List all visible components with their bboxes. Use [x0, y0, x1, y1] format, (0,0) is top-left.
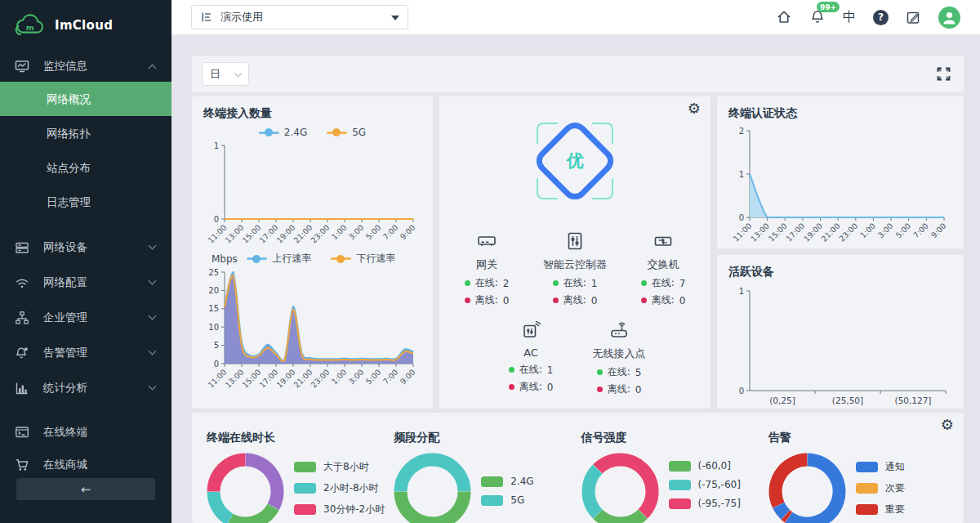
legend-item[interactable]: 次要 [856, 481, 905, 495]
device-status-row-1: 网关 在线:2 离线:0 智能云控制器 在线:1 离线:0 [439, 230, 710, 309]
sidebar-item-network-devices[interactable]: 网络设备 [0, 230, 172, 265]
sidebar-item-label: 在线终端 [43, 425, 87, 440]
legend-swatch [294, 483, 316, 494]
chevron-down-icon [149, 312, 157, 320]
svg-text:1: 1 [739, 170, 744, 179]
help-button[interactable]: ? [873, 10, 889, 25]
chevron-down-icon [149, 382, 157, 391]
svg-text:0: 0 [739, 387, 744, 396]
svg-text:21:00: 21:00 [819, 221, 841, 244]
legend-label: 上行速率 [272, 252, 311, 266]
sidebar-collapse-button[interactable]: ← [16, 478, 155, 500]
legend-item-uplink[interactable]: 上行速率 [247, 252, 311, 266]
sidebar-item-online-store[interactable]: 在线商城 [0, 449, 172, 481]
svg-text:10: 10 [208, 323, 219, 332]
legend-swatch [481, 495, 503, 506]
legend-item-5g[interactable]: 5G [327, 127, 366, 138]
user-avatar[interactable] [938, 7, 960, 29]
monitor-chart-icon [15, 59, 29, 74]
legend-item-downlink[interactable]: 下行速率 [331, 252, 395, 266]
sidebar-item-network-overview[interactable]: 网络概况 [0, 82, 172, 116]
signal-strength-section: 信号强度 (-60,0] (-75,-60] (-95,-75] [581, 418, 768, 523]
sidebar-item-site-distribution[interactable]: 站点分布 [0, 150, 172, 185]
legend-item[interactable]: 30分钟-2小时 [294, 503, 385, 516]
legend-item[interactable]: 大于8小时 [294, 460, 385, 474]
section-title: 终端在线时长 [207, 431, 394, 445]
sidebar-item-log-management[interactable]: 日志管理 [0, 185, 172, 219]
svg-text:1:00: 1:00 [858, 221, 877, 240]
chevron-up-icon [149, 64, 157, 72]
ac-icon [520, 320, 541, 341]
svg-text:19:00: 19:00 [802, 221, 824, 244]
language-toggle[interactable]: 中 [843, 9, 856, 26]
legend-item[interactable]: (-95,-75] [669, 498, 741, 509]
legend-marker [331, 255, 351, 263]
svg-text:(0,25]: (0,25] [769, 396, 795, 405]
offline-count: 0 [503, 295, 510, 306]
app-logo[interactable]: m ImCloud [0, 0, 172, 51]
device-ac: AC 在线:1 离线:0 [487, 320, 575, 398]
legend-item[interactable]: 2小时-8小时 [294, 481, 385, 495]
sidebar-item-label: 网络设备 [43, 240, 87, 255]
cart-icon [15, 458, 29, 472]
legend-item-24g[interactable]: 2.4G [259, 127, 307, 138]
band-allocation-donut [394, 453, 471, 523]
grade-text: 优 [567, 150, 584, 172]
org-selector-dropdown[interactable]: 演示使用 [191, 5, 408, 29]
svg-text:15:00: 15:00 [240, 223, 262, 245]
caret-down-icon [391, 16, 399, 25]
legend-swatch [294, 462, 316, 472]
svg-text:3:00: 3:00 [876, 221, 895, 240]
svg-text:17:00: 17:00 [257, 368, 279, 390]
feedback-button[interactable] [906, 10, 921, 25]
legend-swatch [856, 483, 878, 494]
org-selector-value: 演示使用 [220, 10, 263, 25]
controller-icon [564, 230, 586, 252]
sidebar-item-network-config[interactable]: 网络配置 [0, 265, 172, 300]
legend-label: 下行速率 [356, 252, 395, 266]
settings-gear-button[interactable]: ⚙ [941, 418, 954, 432]
legend-label: 通知 [885, 460, 905, 474]
donut-legend: 2.4G 5G [481, 476, 533, 523]
legend-item[interactable]: 2.4G [481, 476, 533, 487]
fullscreen-button[interactable] [937, 67, 951, 81]
settings-gear-button[interactable]: ⚙ [688, 101, 701, 116]
online-status: 在线:7 [619, 275, 707, 292]
section-title: 频段分配 [394, 431, 581, 445]
legend-item[interactable]: 5G [481, 494, 533, 506]
home-button[interactable] [776, 9, 792, 25]
svg-text:17:00: 17:00 [257, 223, 279, 245]
sidebar-item-network-topology[interactable]: 网络拓扑 [0, 116, 172, 150]
online-duration-donut [207, 453, 284, 523]
sidebar-item-enterprise[interactable]: 企业管理 [0, 300, 172, 335]
access-chart-legend: 2.4G 5G [203, 127, 421, 138]
period-select[interactable]: 日 [202, 62, 249, 86]
notifications-button[interactable]: 99+ [809, 9, 826, 25]
fullscreen-icon [937, 67, 951, 81]
auth-status-card: 终端认证状态 01211:0013:0015:0017:0019:0021:00… [717, 96, 964, 248]
sidebar-item-monitoring[interactable]: 监控信息 [0, 51, 172, 82]
svg-text:13:00: 13:00 [223, 223, 245, 245]
signal-strength-donut [581, 453, 659, 523]
main-content: 日 终端接入数量 2.4G 5G 0111:00 [172, 36, 980, 523]
chevron-down-icon [234, 69, 243, 77]
legend-item[interactable]: 重要 [856, 503, 905, 516]
section-title: 告警 [768, 431, 956, 445]
offline-dot [597, 387, 603, 392]
online-count: 1 [547, 364, 554, 376]
offline-count: 0 [679, 295, 686, 306]
svg-text:(50,127]: (50,127] [895, 396, 932, 405]
legend-item[interactable]: (-75,-60] [669, 479, 741, 490]
svg-text:3:00: 3:00 [347, 368, 366, 387]
sidebar-item-alarm-management[interactable]: 告警管理 [0, 335, 172, 370]
sidebar-item-statistics[interactable]: 统计分析 [0, 370, 172, 405]
legend-item[interactable]: 通知 [856, 460, 905, 474]
gateway-icon [476, 230, 497, 252]
online-duration-section: 终端在线时长 大于8小时 2小时-8小时 30分钟-2小时 [207, 418, 394, 523]
online-count: 2 [503, 278, 510, 289]
chevron-down-icon [149, 277, 157, 285]
svg-text:9:00: 9:00 [929, 221, 948, 240]
legend-item[interactable]: (-60,0] [669, 460, 741, 472]
offline-dot [641, 297, 647, 303]
sidebar-item-online-terminals[interactable]: 在线终端 [0, 416, 172, 449]
